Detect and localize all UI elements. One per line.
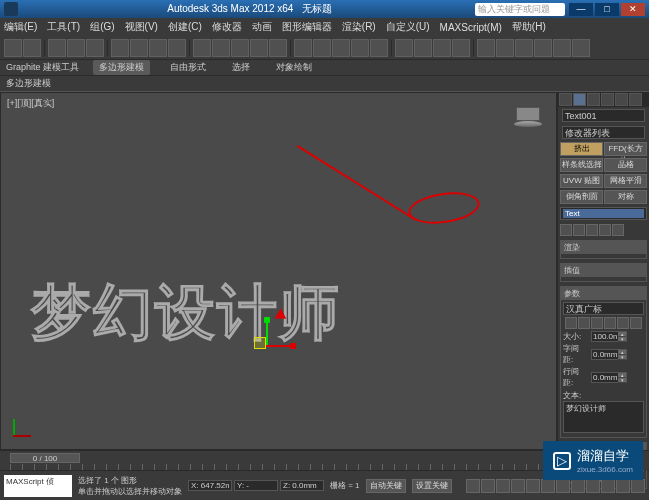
menu-render[interactable]: 渲染(R) [342,20,376,34]
menu-animation[interactable]: 动画 [252,20,272,34]
rotate-icon[interactable] [212,39,230,57]
modify-tab-icon[interactable] [573,93,586,106]
modifier-lattice-button[interactable]: 晶格 [604,158,647,172]
italic-icon[interactable] [565,317,577,329]
ribbon-tab-freeform[interactable]: 自由形式 [164,60,212,75]
align-left-icon[interactable] [591,317,603,329]
setkey-button[interactable]: 设置关键 [412,479,452,493]
menu-customize[interactable]: 自定义(U) [386,20,430,34]
viewcube[interactable] [512,99,544,131]
play-icon[interactable] [496,479,510,493]
fov-icon[interactable] [586,479,600,493]
maximize-vp-icon[interactable] [631,479,645,493]
kerning-spinner[interactable]: ▴▾ [591,349,627,360]
modifier-symmetry-button[interactable]: 对称 [604,190,647,204]
pan-icon[interactable] [601,479,615,493]
align-center-icon[interactable] [604,317,616,329]
modifier-uvw-button[interactable]: UVW 贴图 [560,174,603,188]
script-listener[interactable]: MAXScript 侦 [4,475,72,497]
maximize-button[interactable]: □ [595,3,619,16]
unique-icon[interactable] [586,224,598,236]
menu-view[interactable]: 视图(V) [125,20,158,34]
configure-icon[interactable] [612,224,624,236]
render-frame-icon[interactable] [553,39,571,57]
bind-icon[interactable] [86,39,104,57]
select-icon[interactable] [111,39,129,57]
curve-editor-icon[interactable] [477,39,495,57]
autokey-button[interactable]: 自动关键 [366,479,406,493]
modifier-ffd-button[interactable]: FFD(长方体) [604,142,647,156]
frame-slider[interactable]: 0 / 100 [10,453,80,463]
underline-icon[interactable] [578,317,590,329]
coord-z[interactable] [280,480,324,491]
menu-help[interactable]: 帮助(H) [512,20,546,34]
rollout-interpolation[interactable]: 插值 [560,263,647,282]
show-end-icon[interactable] [573,224,585,236]
modifier-list-dropdown[interactable]: 修改器列表 [562,126,645,139]
prev-frame-icon[interactable] [481,479,495,493]
rollout-render[interactable]: 渲染 [560,240,647,259]
unlink-icon[interactable] [67,39,85,57]
next-frame-icon[interactable] [511,479,525,493]
render-icon[interactable] [572,39,590,57]
ribbon-tab-poly[interactable]: 多边形建模 [93,60,150,75]
viewport-label[interactable]: [+][顶][真实] [7,97,54,110]
object-name-field[interactable] [562,109,645,122]
select-name-icon[interactable] [130,39,148,57]
create-tab-icon[interactable] [559,93,572,106]
menu-edit[interactable]: 编辑(E) [4,20,37,34]
modifier-spline-sel-button[interactable]: 样条线选择 [560,158,603,172]
redo-icon[interactable] [23,39,41,57]
align-right-icon[interactable] [617,317,629,329]
modifier-meshsmooth-button[interactable]: 网格平滑 [604,174,647,188]
move-icon[interactable] [193,39,211,57]
font-dropdown[interactable]: 汉真广标 [563,302,644,315]
modifier-stack[interactable]: Text [560,207,647,220]
menu-tools[interactable]: 工具(T) [47,20,80,34]
layers-icon[interactable] [452,39,470,57]
zoom-icon[interactable] [541,479,555,493]
help-search-input[interactable]: 输入关键字或问题 [475,3,565,16]
pivot-icon[interactable] [269,39,287,57]
remove-mod-icon[interactable] [599,224,611,236]
modifier-bevel-button[interactable]: 倒角剖面 [560,190,603,204]
leading-spinner[interactable]: ▴▾ [591,372,627,383]
ribbon-tab-selection[interactable]: 选择 [226,60,256,75]
zoom-all-icon[interactable] [556,479,570,493]
size-spinner[interactable]: ▴▾ [591,331,627,342]
menu-maxscript[interactable]: MAXScript(M) [440,22,502,33]
zoom-extents-icon[interactable] [571,479,585,493]
utilities-tab-icon[interactable] [629,93,642,106]
refcoord-icon[interactable] [250,39,268,57]
filter-icon[interactable] [168,39,186,57]
close-button[interactable]: ✕ [621,3,645,16]
display-tab-icon[interactable] [615,93,628,106]
stack-item-text[interactable]: Text [563,209,644,218]
select-region-icon[interactable] [149,39,167,57]
angle-snap-icon[interactable] [332,39,350,57]
goto-start-icon[interactable] [466,479,480,493]
coord-y[interactable] [234,480,278,491]
align-justify-icon[interactable] [630,317,642,329]
pin-stack-icon[interactable] [560,224,572,236]
align-icon[interactable] [433,39,451,57]
text-content-field[interactable]: 梦幻设计师 [563,401,644,433]
mirror-icon[interactable] [414,39,432,57]
hierarchy-tab-icon[interactable] [587,93,600,106]
menu-group[interactable]: 组(G) [90,20,114,34]
viewport[interactable]: [+][顶][真实] 梦幻设计师 [0,92,557,450]
rollout-params-title[interactable]: 参数 [561,287,646,300]
app-logo-icon[interactable] [4,2,18,16]
menu-create[interactable]: 创建(C) [168,20,202,34]
percent-snap-icon[interactable] [351,39,369,57]
link-icon[interactable] [48,39,66,57]
schematic-icon[interactable] [496,39,514,57]
undo-icon[interactable] [4,39,22,57]
material-editor-icon[interactable] [515,39,533,57]
manipulate-icon[interactable] [294,39,312,57]
menu-modifiers[interactable]: 修改器 [212,20,242,34]
menu-graph[interactable]: 图形编辑器 [282,20,332,34]
ribbon-tab-paint[interactable]: 对象绘制 [270,60,318,75]
scale-icon[interactable] [231,39,249,57]
goto-end-icon[interactable] [526,479,540,493]
